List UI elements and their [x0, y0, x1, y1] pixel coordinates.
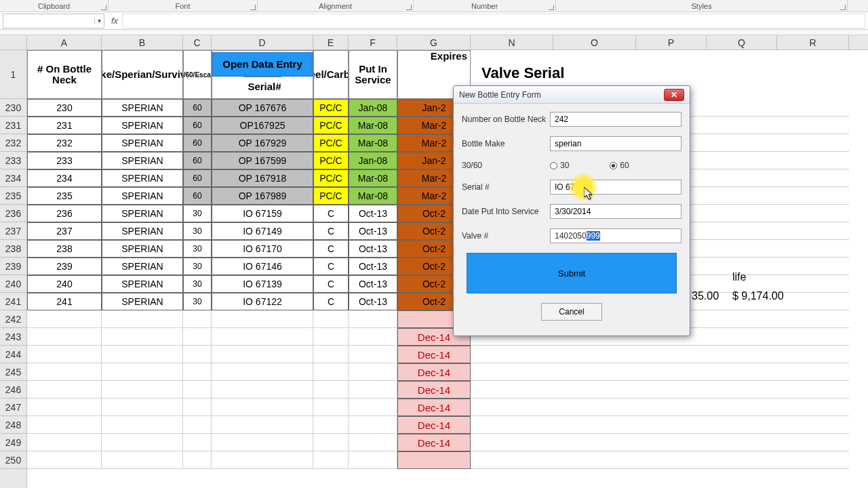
cell-blank[interactable]: [636, 434, 707, 451]
cell[interactable]: OP 167929: [212, 134, 313, 152]
input-valve-number[interactable]: 1402050999: [550, 228, 682, 243]
cell-blank[interactable]: [707, 169, 777, 187]
cell[interactable]: SPERIAN: [102, 222, 183, 240]
cell-blank[interactable]: [777, 169, 849, 187]
cell-blank[interactable]: [212, 346, 313, 363]
column-header-D[interactable]: D: [212, 35, 313, 49]
cell-blank[interactable]: [777, 434, 849, 451]
column-header-R[interactable]: R: [777, 35, 849, 49]
cell-blank[interactable]: [349, 328, 397, 346]
cell-blank[interactable]: [553, 363, 636, 381]
column-header-F[interactable]: F: [349, 35, 397, 49]
cell-blank[interactable]: [636, 363, 707, 381]
cell-blank[interactable]: [553, 381, 636, 399]
cell-blank[interactable]: [707, 399, 777, 416]
cell[interactable]: Oct-13: [349, 275, 397, 293]
row-header[interactable]: 245: [0, 363, 26, 381]
submit-button[interactable]: Submit: [467, 253, 677, 293]
cell-blank[interactable]: [707, 222, 777, 240]
cell-blank[interactable]: [212, 416, 313, 434]
cell-blank[interactable]: [313, 310, 349, 328]
cell-expires[interactable]: Dec-14: [397, 434, 471, 451]
cell-blank[interactable]: [636, 346, 707, 363]
cell-blank[interactable]: [313, 416, 349, 434]
cell-blank[interactable]: [212, 310, 313, 328]
cell-blank[interactable]: [349, 310, 397, 328]
row-header[interactable]: 247: [0, 399, 26, 416]
cell-blank[interactable]: [707, 310, 777, 328]
cell-blank[interactable]: [707, 240, 777, 258]
cell-blank[interactable]: [183, 399, 212, 416]
cell[interactable]: 235: [27, 187, 102, 205]
cell-blank[interactable]: [313, 381, 349, 399]
cell[interactable]: Oct-13: [349, 240, 397, 258]
cell-blank[interactable]: [349, 451, 397, 469]
cell[interactable]: 232: [27, 134, 102, 152]
cell-blank[interactable]: [27, 346, 102, 363]
cell-expires[interactable]: Dec-14: [397, 381, 471, 399]
cell-blank[interactable]: [777, 293, 849, 310]
cell-blank[interactable]: [27, 363, 102, 381]
cell-blank[interactable]: [777, 363, 849, 381]
cell-blank[interactable]: [102, 310, 183, 328]
cell[interactable]: 60: [183, 187, 212, 205]
cell-blank[interactable]: [349, 434, 397, 451]
column-header-C[interactable]: C: [183, 35, 212, 49]
cell[interactable]: IO 67170: [212, 240, 313, 258]
cell-blank[interactable]: [553, 399, 636, 416]
dialog-launcher-icon[interactable]: [549, 5, 554, 10]
cell-blank[interactable]: [102, 346, 183, 363]
cell-blank[interactable]: [313, 363, 349, 381]
cell-blank[interactable]: [553, 451, 636, 469]
cell-blank[interactable]: [777, 275, 849, 293]
row-header[interactable]: 244: [0, 346, 26, 363]
cell[interactable]: 60: [183, 134, 212, 152]
cell-blank[interactable]: [777, 328, 849, 346]
cell-blank[interactable]: [777, 117, 849, 134]
cell-blank[interactable]: [313, 346, 349, 363]
cell-blank[interactable]: [707, 416, 777, 434]
cell-blank[interactable]: [102, 416, 183, 434]
row-header[interactable]: 233: [0, 152, 26, 169]
cell[interactable]: Oct-13: [349, 293, 397, 310]
cell-expires[interactable]: Dec-14: [397, 363, 471, 381]
cell[interactable]: IO 67146: [212, 258, 313, 275]
cell[interactable]: 239: [27, 258, 102, 275]
cell-blank[interactable]: [707, 205, 777, 222]
cell[interactable]: 30: [183, 258, 212, 275]
cell[interactable]: OP167925: [212, 117, 313, 134]
row-header[interactable]: 250: [0, 451, 26, 469]
cell-blank[interactable]: [102, 328, 183, 346]
input-serial-number[interactable]: [550, 180, 682, 195]
cell[interactable]: 30: [183, 275, 212, 293]
cell-blank[interactable]: [777, 50, 849, 99]
cell-blank[interactable]: [471, 346, 553, 363]
cell-blank[interactable]: [102, 434, 183, 451]
cell-blank[interactable]: [777, 240, 849, 258]
cell[interactable]: C: [313, 240, 349, 258]
cell-blank[interactable]: [27, 310, 102, 328]
cell[interactable]: 230: [27, 99, 102, 117]
row-header[interactable]: 249: [0, 434, 26, 451]
cell-blank[interactable]: [777, 416, 849, 434]
cell[interactable]: 60: [183, 99, 212, 117]
column-header-E[interactable]: E: [313, 35, 349, 49]
column-header-O[interactable]: O: [553, 35, 636, 49]
cell-blank[interactable]: [777, 134, 849, 152]
cell[interactable]: OP 167989: [212, 187, 313, 205]
cell-blank[interactable]: [777, 381, 849, 399]
dialog-launcher-icon[interactable]: [406, 5, 412, 10]
cell-blank[interactable]: [471, 381, 553, 399]
cell[interactable]: IO 67149: [212, 222, 313, 240]
cell[interactable]: Oct-13: [349, 258, 397, 275]
row-header[interactable]: 238: [0, 240, 26, 258]
cell[interactable]: PC/C: [313, 117, 349, 134]
cell[interactable]: 30: [183, 205, 212, 222]
cell-blank[interactable]: [349, 381, 397, 399]
cell-blank[interactable]: [471, 363, 553, 381]
column-header-B[interactable]: B: [102, 35, 183, 49]
cell[interactable]: PC/C: [313, 169, 349, 187]
cell-blank[interactable]: [636, 399, 707, 416]
cell-blank[interactable]: [777, 152, 849, 169]
name-box-dropdown-icon[interactable]: ▾: [94, 17, 104, 24]
